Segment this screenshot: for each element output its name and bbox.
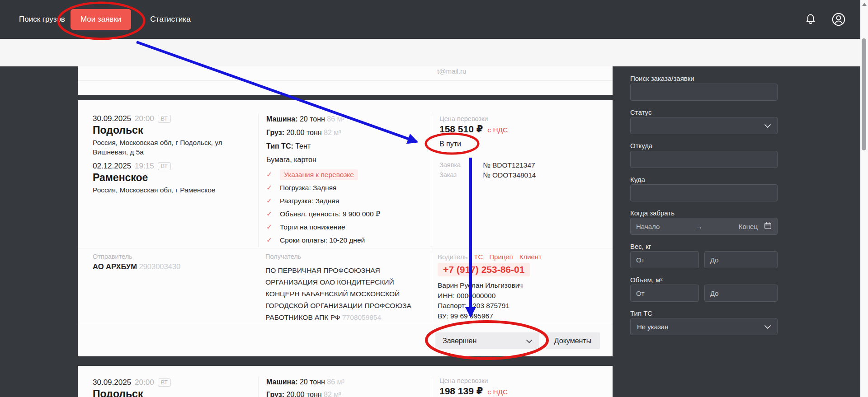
column-divider [431, 377, 431, 397]
scrollbar-thumb[interactable] [862, 38, 866, 150]
destination-input[interactable] [630, 184, 778, 201]
check-icon: ✓ [266, 170, 280, 179]
status-filter-select[interactable] [630, 117, 778, 134]
machine-label: Машина: [266, 115, 297, 123]
check-icon: ✓ [266, 196, 280, 205]
pickup-city: Подольск [93, 124, 143, 136]
dropoff-date: 02.12.2025 [93, 162, 131, 171]
vehicle-type-select[interactable]: Не указан [630, 318, 778, 335]
checklist-item: ✓ Указания к перевозке [266, 168, 380, 181]
machine-row: Машина: 20 тонн 86 м³ [266, 378, 344, 386]
pickup-date: 30.09.2025 [93, 378, 131, 387]
chevron-down-icon [764, 122, 771, 130]
machine-value: 20 тонн [300, 115, 325, 123]
date-start-placeholder: Начало [636, 223, 660, 230]
conditions-checklist: ✓ Указания к перевозке ✓ Погрузка: Задня… [266, 168, 380, 247]
filter-pickup-when-label: Когда забрать [630, 209, 675, 217]
checklist-item-label: Разгрузка: Задняя [280, 197, 339, 205]
cargo-description: Бумага, картон [266, 156, 316, 164]
origin-input[interactable] [630, 151, 778, 168]
column-divider [258, 114, 259, 247]
tab-vehicle[interactable]: ТС [474, 253, 483, 261]
pickup-weekday-badge: ВТ [158, 115, 171, 123]
filter-weight-label: Вес, кг [630, 243, 651, 250]
request-ref-row: Заявка № BDOT121347 [439, 161, 535, 169]
date-end-placeholder: Конец [739, 223, 758, 230]
driver-license: ВУ: 99 69 995967 [438, 311, 523, 322]
tab-driver[interactable]: Водитель [438, 253, 467, 261]
vehicle-type-value: Не указан [637, 323, 668, 331]
order-label: Заказ [439, 171, 483, 179]
dropoff-city: Раменское [93, 172, 148, 184]
status-select[interactable]: Завершен [435, 332, 539, 349]
pickup-city: Подольск [93, 388, 143, 397]
column-divider [431, 251, 431, 322]
content-subheader [0, 39, 868, 66]
order-number: № ODOT348014 [483, 171, 536, 179]
pickup-weekday-badge: ВТ [158, 378, 171, 387]
checklist-item-label: Сроки оплаты: 10-20 дней [280, 236, 365, 244]
column-divider [258, 377, 259, 397]
nav-search-cargo[interactable]: Поиск грузов [19, 15, 65, 24]
tab-trailer[interactable]: Прицеп [489, 253, 513, 261]
divider [78, 80, 613, 81]
machine-volume: 86 м³ [327, 378, 344, 386]
filter-volume-label: Объем, м² [630, 276, 662, 284]
dropoff-weekday-badge: ВТ [158, 162, 171, 170]
pickup-time: 20:00 [135, 114, 154, 123]
nav-statistics[interactable]: Статистика [150, 15, 190, 24]
request-label: Заявка [439, 161, 483, 169]
vehicle-type-value: Тент [295, 142, 311, 150]
receiver-inn: 7708059854 [342, 313, 381, 321]
check-icon: ✓ [266, 210, 280, 218]
scrollbar-up-arrow[interactable] [862, 3, 867, 6]
check-icon: ✓ [266, 183, 280, 192]
checklist-item: ✓ Сроки оплаты: 10-20 дней [266, 234, 380, 247]
receiver-label: Получатель [265, 253, 301, 260]
vehicle-type-label: Тип ТС: [266, 142, 293, 150]
price-label: Цена перевозки [439, 115, 488, 122]
vat-note: с НДС [487, 388, 508, 396]
cargo-volume: 82 м³ [324, 391, 341, 397]
volume-to-input[interactable] [704, 285, 778, 302]
filter-status-label: Статус [630, 108, 651, 116]
nav-my-orders[interactable]: Мои заявки [71, 9, 131, 30]
tab-client[interactable]: Клиент [519, 253, 542, 261]
price-amount: 158 510 ₽ [439, 124, 483, 134]
vat-note: с НДС [487, 126, 508, 134]
checklist-item-label: Объявл. ценность: 9 900 000 ₽ [280, 210, 380, 218]
column-divider [431, 114, 431, 247]
checklist-item: ✓ Объявл. ценность: 9 900 000 ₽ [266, 207, 380, 220]
cargo-row: Груз: 20.00 тонн 82 м³ [266, 391, 341, 397]
cargo-volume: 82 м³ [324, 129, 341, 136]
weight-from-input[interactable] [630, 251, 699, 268]
transport-instructions-link[interactable]: Указания к перевозке [280, 169, 358, 180]
receiver-company: ПО ПЕРВИЧНАЯ ПРОФСОЮЗНАЯ ОРГАНИЗАЦИЯ ОАО… [265, 266, 411, 321]
volume-from-input[interactable] [630, 285, 699, 302]
profile-icon[interactable] [831, 12, 846, 27]
filter-from-label: Откуда [630, 142, 652, 149]
receiver-name: ПО ПЕРВИЧНАЯ ПРОФСОЮЗНАЯ ОРГАНИЗАЦИЯ ОАО… [265, 265, 416, 323]
pickup-date-range[interactable]: Начало → Конец [630, 218, 778, 235]
order-ref-row: Заказ № ODOT348014 [439, 171, 536, 179]
driver-phone[interactable]: +7 (917) 253-86-01 [438, 263, 530, 276]
checklist-item: ✓ Погрузка: Задняя [266, 181, 380, 194]
driver-inn: ИНН: 0000000000 [438, 291, 523, 301]
request-number: № BDOT121347 [483, 161, 535, 169]
bell-icon[interactable] [803, 12, 818, 27]
pickup-date: 30.09.2025 [93, 114, 131, 123]
app-window: Поиск грузов Мои заявки Статистика [0, 0, 868, 397]
section-divider [78, 248, 613, 248]
contact-email: t@mail.ru [437, 67, 466, 75]
machine-row: Машина: 20 тонн 86 м³ [266, 115, 344, 123]
weight-to-input[interactable] [704, 251, 778, 268]
cargo-value: 20.00 тонн [286, 129, 321, 136]
cargo-row: Груз: 20.00 тонн 82 м³ [266, 129, 341, 137]
documents-button[interactable]: Документы [546, 332, 600, 349]
check-icon: ✓ [266, 223, 280, 231]
filter-search-label: Поиск заказа/заявки [630, 75, 694, 82]
dropoff-address: Россия, Московская обл, г Раменское [93, 185, 234, 195]
dropoff-date-row: 02.12.2025 19:15 ВТ [93, 162, 171, 171]
page-scrollbar[interactable] [860, 0, 868, 397]
order-search-input[interactable] [630, 84, 778, 101]
